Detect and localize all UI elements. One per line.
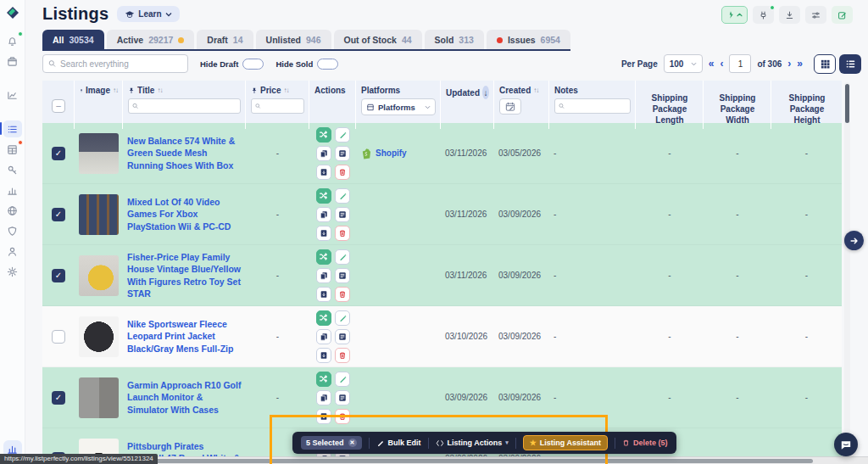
product-image[interactable] [79,316,119,357]
delete-listing-button[interactable] [335,409,350,424]
tab-draft[interactable]: Draft14 [197,30,253,49]
bulk-edit-button[interactable]: Bulk Edit [376,439,421,447]
tab-active[interactable]: Active29217 [107,30,195,49]
copy-listing-button[interactable] [316,268,331,283]
chat-launcher-button[interactable] [834,433,858,456]
notes-filter[interactable] [554,98,631,114]
duplicate-listing-button[interactable] [316,226,331,241]
listing-actions-menu[interactable]: Listing Actions ▾ [436,439,509,447]
duplicate-listing-button[interactable] [316,348,331,363]
next-page-button[interactable]: › [787,59,791,69]
sort-toggle[interactable]: ↑↓ [113,87,118,94]
hide-sold-toggle[interactable] [317,59,338,70]
product-image[interactable] [79,133,119,174]
crosslist-button[interactable] [316,249,331,265]
grid-view-button[interactable] [814,54,836,74]
updated-sort-desc-button[interactable]: ↓ [482,86,489,99]
delete-listing-button[interactable] [335,348,350,363]
scroll-right-fab[interactable] [844,231,864,250]
search-input[interactable] [60,59,182,69]
listing-details-button[interactable] [335,207,350,222]
last-page-button[interactable]: » [797,59,803,69]
product-image[interactable] [79,377,119,418]
list-view-button[interactable] [839,54,861,74]
learn-button[interactable]: Learn [117,6,179,22]
crosslist-button[interactable] [316,188,331,204]
inventory-box-icon[interactable] [3,53,22,70]
notifications-bell-icon[interactable] [3,32,22,49]
table-vertical-scrollbar[interactable] [844,82,850,454]
edit-listing-button[interactable] [335,372,350,387]
reports-chart-icon[interactable] [3,182,22,198]
delete-listing-button[interactable] [335,287,350,302]
account-user-icon[interactable] [3,243,22,260]
listing-title-link[interactable]: New Balance 574 White & Green Suede Mesh… [127,136,235,170]
sort-toggle[interactable]: ↑↓ [157,87,162,94]
duplicate-listing-button[interactable] [316,165,331,180]
sort-toggle[interactable]: ↑↓ [533,87,538,94]
scrollbar-thumb[interactable] [845,84,849,123]
price-filter-input[interactable] [264,102,300,110]
first-page-button[interactable]: « [709,59,715,69]
security-shield-icon[interactable] [3,222,22,239]
prev-page-button[interactable]: ‹ [720,59,723,69]
duplicate-listing-button[interactable] [316,409,331,424]
listperfectly-logo[interactable] [5,5,20,20]
listing-title-link[interactable]: Nike Sportswear Fleece Leopard Print Jac… [127,319,233,353]
notes-filter-input[interactable] [567,102,626,110]
clear-selection-icon[interactable]: ✕ [348,439,357,447]
copy-listing-button[interactable] [316,207,331,222]
crosslist-button[interactable] [316,310,331,326]
price-filter[interactable] [251,98,304,114]
listing-title-link[interactable]: Mixed Lot Of 40 Video Games For Xbox Pla… [127,197,231,231]
column-preferences-button[interactable] [805,6,826,24]
import-download-button[interactable] [779,6,800,24]
analytics-chart-icon[interactable] [3,87,22,103]
copy-listing-button[interactable] [316,390,331,405]
catalog-grid-icon[interactable] [3,141,22,158]
global-search[interactable] [42,54,188,73]
listing-title-link[interactable]: Fisher-Price Play Family House Vintage B… [127,252,241,299]
selected-count-pill[interactable]: 5 Selected ✕ [301,436,362,450]
row-checkbox[interactable]: ✓ [52,269,65,282]
crosslist-button[interactable] [316,127,331,143]
row-checkbox[interactable] [52,330,65,344]
created-date-filter-button[interactable] [499,98,521,115]
tab-out-of-stock[interactable]: Out of Stock44 [334,30,422,49]
listing-details-button[interactable] [335,268,350,283]
listing-details-button[interactable] [335,329,350,344]
delete-listing-button[interactable] [335,226,350,241]
product-image[interactable] [79,194,119,235]
integrations-plug-button[interactable] [753,6,774,24]
web-globe-icon[interactable] [3,202,22,219]
copy-listing-button[interactable] [316,146,331,161]
tab-sold[interactable]: Sold313 [425,30,484,49]
edit-listing-button[interactable] [335,249,350,265]
listing-details-button[interactable] [335,146,350,161]
tab-issues[interactable]: Issues6954 [487,30,570,49]
row-checkbox[interactable]: ✓ [52,147,65,160]
delete-listing-button[interactable] [335,165,350,180]
edit-listing-button[interactable] [335,310,350,326]
listing-details-button[interactable] [335,390,350,405]
row-checkbox[interactable]: ✓ [52,208,65,221]
edit-listing-button[interactable] [335,127,350,143]
listing-title-link[interactable]: Garmin Approach R10 Golf Launch Monitor … [127,380,241,414]
select-all-checkbox[interactable]: – [52,99,65,113]
page-number-input[interactable] [729,54,751,73]
sidebar-item-listings[interactable] [3,120,22,137]
ai-sparkle-menu-button[interactable] [721,6,748,24]
bulk-delete-button[interactable]: Delete (5) [622,439,668,447]
crosslist-button[interactable] [316,372,331,387]
per-page-select[interactable]: 100 [664,54,703,73]
platform-link[interactable]: Shopify [360,148,437,159]
settings-gear-icon[interactable] [3,263,22,280]
title-filter-input[interactable] [141,102,236,110]
tab-unlisted[interactable]: Unlisted946 [256,30,331,49]
duplicate-listing-button[interactable] [316,287,331,302]
sort-toggle[interactable]: ↑↓ [283,87,288,94]
row-checkbox[interactable]: ✓ [52,391,65,405]
edit-listing-button[interactable] [335,188,350,204]
product-image[interactable] [79,255,119,296]
integrations-key-icon[interactable] [3,161,22,178]
